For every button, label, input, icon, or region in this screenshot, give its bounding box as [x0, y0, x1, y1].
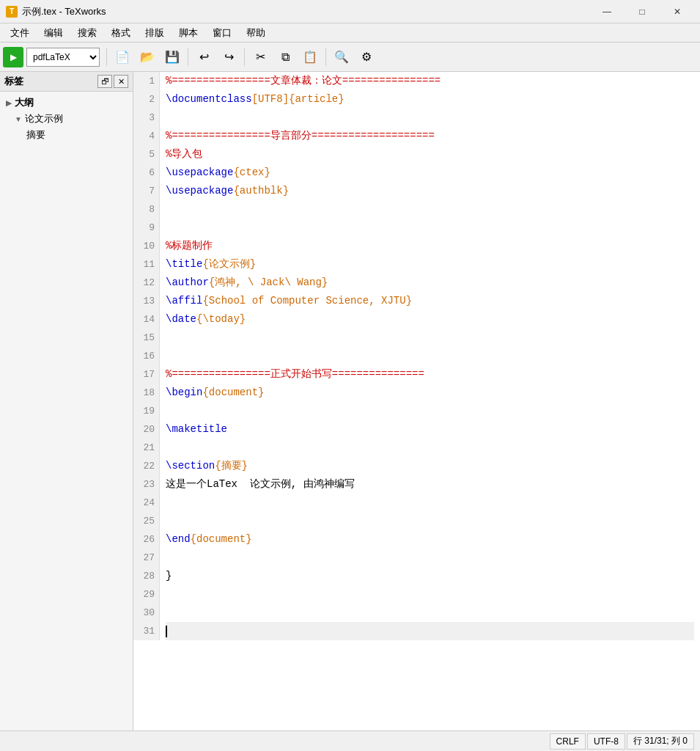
token: \maketitle	[166, 420, 227, 439]
line-number-9: 9	[138, 219, 155, 237]
code-line-17[interactable]: %================正式开始书写===============	[166, 365, 694, 384]
menubar: 文件编辑搜索格式排版脚本窗口帮助	[0, 23, 700, 43]
main-area: 标签 🗗 ✕ ▶ 大纲 ▼ 论文示例 摘要 123456789101112131…	[0, 72, 700, 730]
abstract-label: 摘要	[26, 128, 45, 142]
code-line-31[interactable]	[166, 622, 694, 640]
code-line-28[interactable]: }	[166, 567, 694, 585]
token: \usepackage	[166, 182, 233, 200]
line-number-12: 12	[138, 274, 155, 292]
code-line-12[interactable]: \author{鸿神, \ Jack\ Wang}	[166, 274, 694, 292]
token: \date	[166, 310, 196, 329]
code-line-22[interactable]: \section{摘要}	[166, 457, 694, 475]
run-button[interactable]	[3, 47, 23, 67]
line-number-2: 2	[138, 90, 155, 109]
tags-buttons: 🗗 ✕	[97, 75, 128, 88]
line-numbers: 1234567891011121314151617181920212223242…	[133, 72, 160, 640]
code-line-16[interactable]	[166, 347, 694, 365]
undo-button[interactable]: ↩	[192, 45, 215, 69]
text-cursor	[166, 626, 167, 637]
find-button[interactable]: 🔍	[330, 45, 353, 69]
open-file-button[interactable]: 📂	[136, 45, 159, 69]
code-line-21[interactable]	[166, 439, 694, 457]
settings-button[interactable]: ⚙	[355, 45, 378, 69]
maximize-button[interactable]: □	[625, 0, 659, 23]
paste-button[interactable]: 📋	[298, 45, 322, 69]
compile-selector: pdfLaTeX XeLaTeX LuaLaTeX	[3, 47, 100, 67]
new-file-button[interactable]: 📄	[111, 45, 134, 69]
toolbar-separator-1	[106, 48, 107, 66]
close-button[interactable]: ✕	[660, 0, 694, 23]
editor-content[interactable]: 1234567891011121314151617181920212223242…	[133, 72, 700, 730]
code-line-25[interactable]	[166, 512, 694, 530]
save-file-button[interactable]: 💾	[161, 45, 184, 69]
code-line-6[interactable]: \usepackage{ctex}	[166, 164, 694, 182]
tree-item-paper[interactable]: ▼ 论文示例	[0, 111, 133, 127]
line-number-28: 28	[138, 567, 155, 585]
line-number-8: 8	[138, 200, 155, 219]
menu-item-文件[interactable]: 文件	[3, 25, 37, 41]
code-line-27[interactable]	[166, 549, 694, 567]
tags-restore-button[interactable]: 🗗	[97, 75, 112, 88]
line-number-18: 18	[138, 384, 155, 402]
code-line-23[interactable]: 这是一个LaTex 论文示例, 由鸿神编写	[166, 475, 694, 494]
token: \section	[166, 457, 215, 475]
line-number-3: 3	[138, 109, 155, 127]
menu-item-编辑[interactable]: 编辑	[37, 25, 70, 41]
tags-header: 标签 🗗 ✕	[0, 72, 133, 92]
code-line-4[interactable]: %================导言部分===================…	[166, 127, 694, 145]
line-number-27: 27	[138, 549, 155, 567]
paper-arrow: ▼	[15, 115, 22, 123]
code-line-20[interactable]: \maketitle	[166, 420, 694, 439]
code-line-2[interactable]: \documentclass[UTF8]{article}	[166, 90, 694, 109]
tags-close-button[interactable]: ✕	[114, 75, 128, 88]
code-line-8[interactable]	[166, 200, 694, 219]
code-line-30[interactable]	[166, 604, 694, 622]
code-line-7[interactable]: \usepackage{authblk}	[166, 182, 694, 200]
code-line-10[interactable]: %标题制作	[166, 237, 694, 255]
titlebar: T 示例.tex - TeXworks — □ ✕	[0, 0, 700, 23]
engine-dropdown[interactable]: pdfLaTeX XeLaTeX LuaLaTeX	[26, 48, 100, 67]
toolbar-separator-4	[325, 48, 326, 66]
tags-panel: 标签 🗗 ✕ ▶ 大纲 ▼ 论文示例 摘要	[0, 72, 133, 730]
code-line-19[interactable]	[166, 402, 694, 420]
line-number-1: 1	[138, 72, 155, 90]
code-line-15[interactable]	[166, 329, 694, 347]
token: \end	[166, 530, 191, 549]
code-content[interactable]: %================文章体裁：论文================…	[160, 72, 700, 640]
menu-item-排版[interactable]: 排版	[138, 25, 172, 41]
token: {document}	[191, 530, 252, 549]
line-number-20: 20	[138, 420, 155, 439]
token: {摘要}	[215, 457, 248, 475]
minimize-button[interactable]: —	[590, 0, 624, 23]
line-number-22: 22	[138, 457, 155, 475]
code-line-9[interactable]	[166, 219, 694, 237]
line-number-5: 5	[138, 145, 155, 164]
code-line-18[interactable]: \begin{document}	[166, 384, 694, 402]
menu-item-搜索[interactable]: 搜索	[70, 25, 104, 41]
code-line-26[interactable]: \end{document}	[166, 530, 694, 549]
tree-item-abstract[interactable]: 摘要	[0, 127, 133, 143]
line-number-30: 30	[138, 604, 155, 622]
code-line-14[interactable]: \date{\today}	[166, 310, 694, 329]
toolbar-separator-3	[244, 48, 245, 66]
menu-item-脚本[interactable]: 脚本	[172, 25, 205, 41]
position-status: 行 31/31; 列 0	[627, 733, 694, 750]
menu-item-格式[interactable]: 格式	[104, 25, 138, 41]
menu-item-窗口[interactable]: 窗口	[205, 25, 239, 41]
line-number-24: 24	[138, 494, 155, 512]
tree-item-outline[interactable]: ▶ 大纲	[0, 95, 133, 111]
editor-area[interactable]: 1234567891011121314151617181920212223242…	[133, 72, 700, 730]
line-number-29: 29	[138, 585, 155, 604]
menu-item-帮助[interactable]: 帮助	[239, 25, 273, 41]
line-number-23: 23	[138, 475, 155, 494]
code-line-5[interactable]: %导入包	[166, 145, 694, 164]
code-line-24[interactable]	[166, 494, 694, 512]
code-line-29[interactable]	[166, 585, 694, 604]
redo-button[interactable]: ↪	[217, 45, 240, 69]
code-line-13[interactable]: \affil{School of Computer Science, XJTU}	[166, 292, 694, 310]
code-line-1[interactable]: %================文章体裁：论文================	[166, 72, 694, 90]
copy-button[interactable]: ⧉	[273, 45, 297, 69]
code-line-3[interactable]	[166, 109, 694, 127]
cut-button[interactable]: ✂	[248, 45, 272, 69]
code-line-11[interactable]: \title{论文示例}	[166, 255, 694, 274]
